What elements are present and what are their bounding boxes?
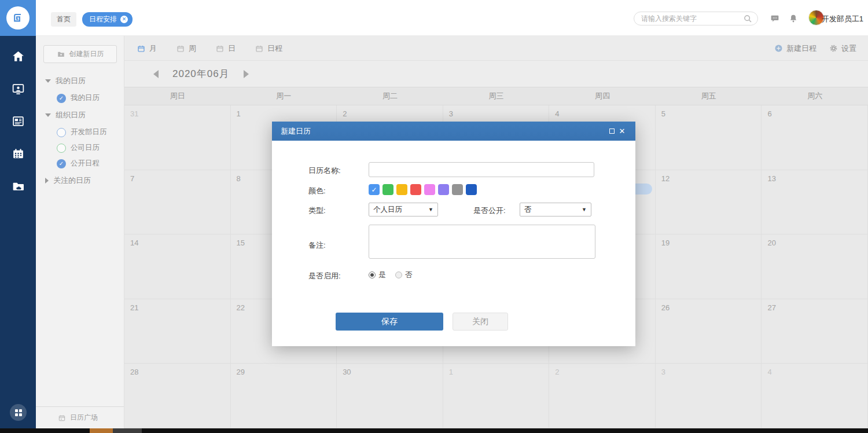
view-tab-label: 周 [189, 43, 196, 54]
view-tab-week[interactable]: 周 [176, 43, 196, 54]
tree-item-1-2[interactable]: ✓公开日程 [36, 156, 124, 171]
contacts-icon[interactable] [10, 81, 26, 97]
tree-item-1-1[interactable]: 公司日历 [36, 140, 124, 156]
view-tab-agenda[interactable]: 日程 [255, 43, 282, 54]
date-number: 14 [130, 238, 138, 247]
calendar-cell[interactable]: 27 [762, 299, 868, 364]
calendar-cell[interactable]: 14 [124, 234, 231, 299]
color-swatch-0[interactable]: ✓ [369, 184, 380, 195]
color-swatch-2[interactable] [396, 184, 407, 195]
enable-radio-1[interactable]: 否 [395, 270, 413, 280]
remark-textarea[interactable] [369, 225, 595, 259]
circle-green-icon[interactable] [57, 144, 66, 153]
calendar-cell[interactable]: 2 [549, 364, 656, 428]
type-label: 类型: [308, 206, 326, 216]
message-icon[interactable] [770, 13, 780, 24]
close-icon[interactable]: ✕ [617, 126, 627, 137]
modal-header[interactable]: 新建日历 ✕ [272, 122, 635, 141]
user-name[interactable]: 开发部员工1 [822, 14, 863, 24]
calendar-cell[interactable]: 6 [762, 105, 868, 170]
app-logo[interactable] [0, 0, 36, 36]
enable-radio-group: 是否 [369, 270, 413, 280]
chevron-down-icon[interactable] [45, 113, 51, 117]
color-swatch-1[interactable] [382, 184, 393, 195]
tab-schedule[interactable]: 日程安排 ✕ [82, 12, 133, 27]
tree-group-label: 我的日历 [56, 76, 86, 86]
bell-icon[interactable] [788, 13, 799, 24]
close-button[interactable]: 关闭 [453, 313, 508, 331]
color-swatch-3[interactable] [410, 184, 421, 195]
tree-item-0-0[interactable]: ✓我的日历 [36, 90, 124, 106]
calendar-cell[interactable]: 31 [124, 105, 231, 170]
chevron-down-icon[interactable] [45, 79, 51, 83]
prev-month-icon[interactable] [153, 70, 159, 78]
breadcrumb: 首页 日程安排 ✕ [51, 12, 133, 27]
color-label: 颜色: [308, 186, 326, 196]
calendar-cell[interactable]: 13 [762, 170, 868, 235]
radio-icon[interactable] [395, 271, 402, 278]
calendar-cell[interactable]: 29 [231, 364, 337, 428]
create-calendar-button[interactable]: 创建新日历 [43, 45, 117, 63]
weekday-header-row: 周日周一周二周三周四周五周六 [124, 87, 868, 105]
view-tab-day[interactable]: 日 [216, 43, 236, 54]
date-number: 4 [767, 368, 771, 376]
checked-blue-icon[interactable]: ✓ [57, 159, 66, 168]
tree-group-2[interactable]: 关注的日历 [36, 171, 124, 190]
home-icon[interactable] [10, 49, 26, 64]
calendar-cell[interactable]: 7 [124, 170, 231, 235]
search-icon[interactable] [742, 13, 753, 24]
calendar-cell[interactable]: 12 [656, 170, 762, 235]
public-select[interactable]: 否 ▼ [520, 203, 591, 216]
calendar-cell[interactable]: 20 [762, 234, 868, 299]
modal-title: 新建日历 [281, 126, 606, 137]
save-button[interactable]: 保存 [336, 313, 443, 331]
tab-close-icon[interactable]: ✕ [120, 16, 128, 23]
sidebar-nav [0, 36, 36, 194]
calendar-market-link[interactable]: 日历广场 [36, 406, 124, 428]
maximize-icon[interactable] [606, 126, 617, 137]
enable-radio-0[interactable]: 是 [369, 270, 386, 280]
news-icon[interactable] [10, 113, 26, 129]
calendar-cell[interactable]: 21 [124, 299, 231, 364]
tab-home[interactable]: 首页 [51, 12, 76, 27]
calendar-cell[interactable]: 3 [656, 364, 762, 428]
next-month-icon[interactable] [244, 70, 249, 78]
tree-group-0[interactable]: 我的日历 [36, 72, 124, 90]
view-tab-month[interactable]: 月 [137, 43, 157, 54]
calendar-name-input[interactable] [369, 162, 594, 177]
apps-grid-icon[interactable] [10, 404, 27, 421]
calendar-cell[interactable]: 28 [124, 364, 231, 428]
settings-label: 设置 [841, 43, 856, 54]
search-input[interactable] [641, 14, 742, 23]
color-swatch-7[interactable] [466, 184, 477, 195]
logo-icon [6, 6, 30, 30]
calendar-cell[interactable]: 5 [656, 105, 762, 170]
type-select[interactable]: 个人日历 ▼ [369, 203, 438, 216]
calendar-cell[interactable]: 26 [656, 299, 762, 364]
files-icon[interactable] [10, 178, 26, 194]
type-select-value: 个人日历 [373, 205, 402, 215]
checked-blue-icon[interactable]: ✓ [57, 94, 66, 103]
new-event-label: 新建日程 [786, 43, 816, 54]
month-navigation: 2020年06月 [124, 61, 868, 87]
new-event-button[interactable]: 新建日程 [774, 43, 816, 54]
date-number: 22 [237, 303, 245, 312]
strip-orange-segment [90, 428, 113, 433]
calendar-market-icon [58, 414, 66, 422]
calendar-view-icon [255, 45, 263, 53]
tree-item-1-0[interactable]: 开发部日历 [36, 124, 124, 140]
chevron-right-icon[interactable] [45, 178, 49, 184]
circle-blue-icon[interactable] [57, 128, 66, 137]
color-swatch-5[interactable] [438, 184, 449, 195]
color-swatch-6[interactable] [452, 184, 463, 195]
tree-group-1[interactable]: 组织日历 [36, 106, 124, 124]
radio-icon[interactable] [369, 271, 376, 278]
calendar-cell[interactable]: 19 [656, 234, 762, 299]
settings-button[interactable]: 设置 [829, 43, 856, 54]
view-tabs: 月周日日程 [137, 36, 282, 61]
calendar-cell[interactable]: 1 [443, 364, 550, 428]
calendar-cell[interactable]: 30 [337, 364, 443, 428]
color-swatch-4[interactable] [424, 184, 435, 195]
calendar-cell[interactable]: 4 [762, 364, 868, 428]
calendar-icon[interactable] [10, 146, 26, 162]
